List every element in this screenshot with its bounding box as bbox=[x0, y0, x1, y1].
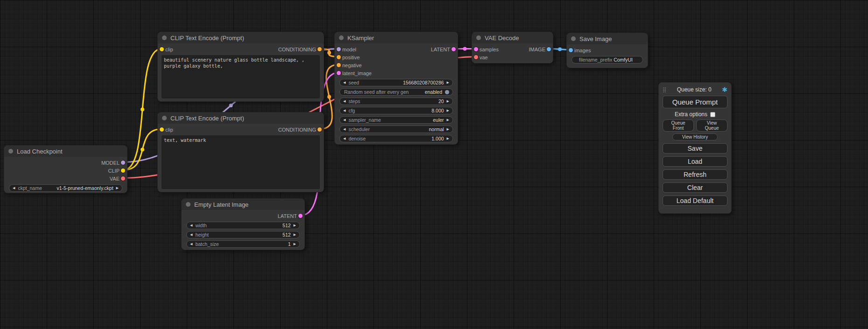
collapse-dot-icon[interactable] bbox=[571, 36, 576, 41]
output-dot-clip[interactable] bbox=[121, 168, 125, 173]
output-dot-model[interactable] bbox=[121, 161, 125, 165]
increment-arrow-icon[interactable]: ▶ bbox=[294, 231, 296, 238]
input-dot-positive[interactable] bbox=[337, 55, 341, 59]
node-graph-canvas[interactable]: Load Checkpoint MODEL CLIP VAE ◀ ckpt_na… bbox=[0, 0, 868, 329]
output-dot-conditioning[interactable] bbox=[318, 127, 322, 132]
decrement-arrow-icon[interactable]: ◀ bbox=[343, 98, 346, 105]
collapse-dot-icon[interactable] bbox=[339, 35, 344, 40]
node-title-bar[interactable]: Load Checkpoint bbox=[4, 146, 127, 157]
increment-arrow-icon[interactable]: ▶ bbox=[447, 79, 449, 86]
decrement-arrow-icon[interactable]: ◀ bbox=[343, 135, 346, 142]
denoise-widget[interactable]: ◀ denoise 1.000 ▶ bbox=[339, 135, 453, 142]
node-empty-latent-image[interactable]: Empty Latent Image LATENT ◀ width 512 ▶ … bbox=[181, 198, 305, 250]
collapse-dot-icon[interactable] bbox=[162, 35, 167, 40]
input-dot-images[interactable] bbox=[569, 48, 573, 52]
increment-arrow-icon[interactable]: ▶ bbox=[447, 135, 449, 142]
node-title-bar[interactable]: KSampler bbox=[335, 32, 458, 43]
drag-handle-icon[interactable]: ⣿ bbox=[663, 87, 666, 93]
toggle-dot-icon[interactable] bbox=[445, 90, 449, 94]
decrement-arrow-icon[interactable]: ◀ bbox=[190, 231, 192, 238]
width-widget[interactable]: ◀ width 512 ▶ bbox=[186, 222, 300, 229]
output-dot-conditioning[interactable] bbox=[318, 47, 322, 51]
node-ksampler[interactable]: KSampler model LATENT positive negative … bbox=[334, 32, 458, 145]
increment-arrow-icon[interactable]: ▶ bbox=[294, 222, 296, 229]
node-vae-decode[interactable]: VAE Decode samples IMAGE vae bbox=[472, 32, 553, 63]
queue-front-button[interactable]: Queue Front bbox=[663, 119, 694, 132]
filename-prefix-widget[interactable]: filename_prefix ComfyUI bbox=[572, 56, 643, 63]
input-dot-vae[interactable] bbox=[474, 55, 478, 59]
settings-gear-icon[interactable]: ✱ bbox=[722, 86, 727, 93]
collapse-dot-icon[interactable] bbox=[162, 116, 167, 120]
decrement-arrow-icon[interactable]: ◀ bbox=[13, 184, 15, 192]
view-queue-button[interactable]: View Queue bbox=[696, 119, 727, 132]
node-save-image[interactable]: Save Image images filename_prefix ComfyU… bbox=[566, 33, 648, 68]
node-clip-text-encode-negative[interactable]: CLIP Text Encode (Prompt) clip CONDITION… bbox=[157, 112, 324, 192]
input-dot-samples[interactable] bbox=[474, 47, 478, 51]
node-title-bar[interactable]: Empty Latent Image bbox=[182, 199, 304, 210]
node-clip-text-encode-positive[interactable]: CLIP Text Encode (Prompt) clip CONDITION… bbox=[157, 32, 324, 102]
input-dot-clip[interactable] bbox=[160, 127, 164, 132]
node-load-checkpoint[interactable]: Load Checkpoint MODEL CLIP VAE ◀ ckpt_na… bbox=[4, 145, 127, 193]
node-title-bar[interactable]: Save Image bbox=[567, 33, 648, 44]
input-dot-negative[interactable] bbox=[337, 63, 341, 67]
save-button[interactable]: Save bbox=[663, 143, 727, 154]
widget-value: 20 bbox=[438, 98, 444, 104]
collapse-dot-icon[interactable] bbox=[186, 202, 191, 207]
load-default-button[interactable]: Load Default bbox=[663, 196, 727, 206]
increment-arrow-icon[interactable]: ▶ bbox=[447, 107, 449, 114]
wire-midpoint-dot bbox=[141, 108, 144, 112]
output-dot-latent[interactable] bbox=[452, 47, 456, 51]
wire-midpoint-dot bbox=[558, 48, 562, 51]
wire-midpoint-dot bbox=[463, 47, 467, 51]
input-label: model bbox=[342, 47, 356, 52]
height-widget[interactable]: ◀ height 512 ▶ bbox=[186, 231, 300, 238]
decrement-arrow-icon[interactable]: ◀ bbox=[343, 107, 346, 114]
decrement-arrow-icon[interactable]: ◀ bbox=[343, 116, 346, 124]
collapse-dot-icon[interactable] bbox=[476, 35, 481, 40]
collapse-dot-icon[interactable] bbox=[8, 149, 13, 154]
decrement-arrow-icon[interactable]: ◀ bbox=[190, 240, 192, 248]
decrement-arrow-icon[interactable]: ◀ bbox=[343, 79, 346, 86]
prompt-text-input[interactable]: text, watermark bbox=[162, 135, 320, 189]
slot-row: clip CONDITIONING bbox=[158, 45, 324, 53]
increment-arrow-icon[interactable]: ▶ bbox=[447, 126, 449, 133]
view-history-button[interactable]: View History bbox=[672, 133, 718, 140]
output-label: CONDITIONING bbox=[278, 127, 316, 133]
sampler-name-widget[interactable]: ◀ sampler_name euler ▶ bbox=[339, 116, 453, 124]
random-seed-toggle-widget[interactable]: Random seed after every gen enabled bbox=[339, 88, 453, 96]
prompt-text-input[interactable]: beautiful scenery nature glass bottle la… bbox=[162, 55, 320, 98]
ckpt-name-widget[interactable]: ◀ ckpt_name v1-5-pruned-emaonly.ckpt ▶ bbox=[9, 184, 122, 192]
widget-name: width bbox=[195, 223, 207, 228]
cfg-widget[interactable]: ◀ cfg 8.000 ▶ bbox=[339, 107, 453, 114]
input-dot-model[interactable] bbox=[337, 47, 341, 51]
increment-arrow-icon[interactable]: ▶ bbox=[447, 98, 449, 105]
increment-arrow-icon[interactable]: ▶ bbox=[116, 184, 119, 192]
node-title-bar[interactable]: CLIP Text Encode (Prompt) bbox=[158, 112, 324, 124]
seed-widget[interactable]: ◀ seed 156680208700286 ▶ bbox=[339, 79, 453, 86]
widget-name: scheduler bbox=[348, 126, 370, 132]
input-dot-clip[interactable] bbox=[160, 47, 164, 51]
increment-arrow-icon[interactable]: ▶ bbox=[447, 116, 449, 124]
input-label: clip bbox=[165, 47, 173, 52]
decrement-arrow-icon[interactable]: ◀ bbox=[190, 222, 192, 229]
output-dot-image[interactable] bbox=[547, 47, 551, 51]
refresh-button[interactable]: Refresh bbox=[663, 169, 727, 180]
decrement-arrow-icon[interactable]: ◀ bbox=[343, 126, 346, 133]
wire-midpoint-dot bbox=[141, 148, 144, 152]
widget-value: euler bbox=[433, 117, 444, 123]
extra-options-checkbox[interactable] bbox=[710, 112, 715, 117]
steps-widget[interactable]: ◀ steps 20 ▶ bbox=[339, 98, 453, 105]
load-button[interactable]: Load bbox=[663, 156, 727, 167]
node-title-bar[interactable]: VAE Decode bbox=[472, 32, 553, 43]
batch-size-widget[interactable]: ◀ batch_size 1 ▶ bbox=[186, 240, 300, 248]
output-dot-vae[interactable] bbox=[121, 176, 125, 181]
queue-prompt-button[interactable]: Queue Prompt bbox=[663, 96, 727, 108]
input-dot-latent-image[interactable] bbox=[337, 71, 341, 75]
increment-arrow-icon[interactable]: ▶ bbox=[294, 240, 296, 248]
output-dot-latent[interactable] bbox=[298, 214, 303, 218]
node-title-bar[interactable]: CLIP Text Encode (Prompt) bbox=[158, 32, 324, 43]
wire-clip-positive bbox=[123, 49, 162, 170]
output-label: VAE bbox=[110, 176, 120, 182]
scheduler-widget[interactable]: ◀ scheduler normal ▶ bbox=[339, 126, 453, 133]
clear-button[interactable]: Clear bbox=[663, 182, 727, 193]
